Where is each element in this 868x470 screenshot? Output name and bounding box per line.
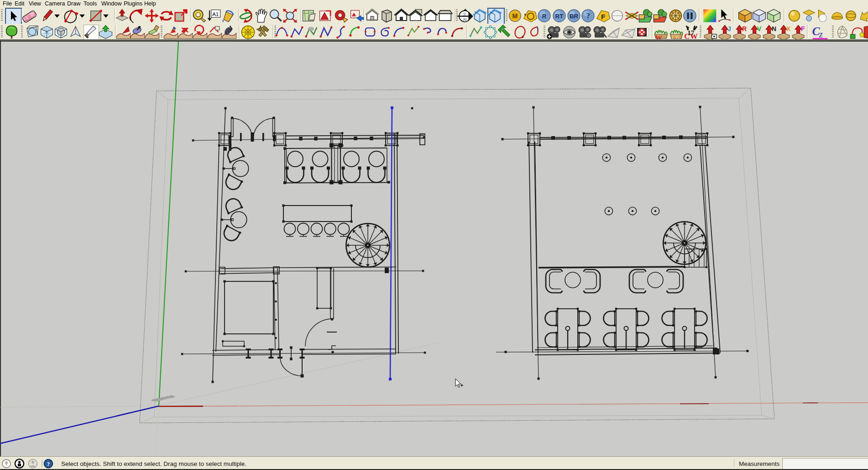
svg-text:F: F xyxy=(801,25,805,32)
svg-text:RT: RT xyxy=(555,13,563,20)
svg-text:A1: A1 xyxy=(212,11,219,17)
svg-text:C: C xyxy=(463,12,466,16)
svg-text:?: ? xyxy=(586,11,590,20)
svg-text:M: M xyxy=(512,12,518,20)
svg-text:JG: JG xyxy=(463,18,467,21)
svg-text:N: N xyxy=(772,25,776,32)
svg-text:R: R xyxy=(742,25,747,32)
svg-text:?: ? xyxy=(47,460,50,467)
svg-text:R: R xyxy=(542,13,547,20)
svg-text:J: J xyxy=(727,25,731,32)
svg-text:X: X xyxy=(786,25,791,32)
svg-text:V: V xyxy=(757,25,762,32)
svg-text:17: 17 xyxy=(687,29,695,37)
svg-text:F: F xyxy=(601,13,605,21)
svg-text:BR: BR xyxy=(570,13,578,20)
